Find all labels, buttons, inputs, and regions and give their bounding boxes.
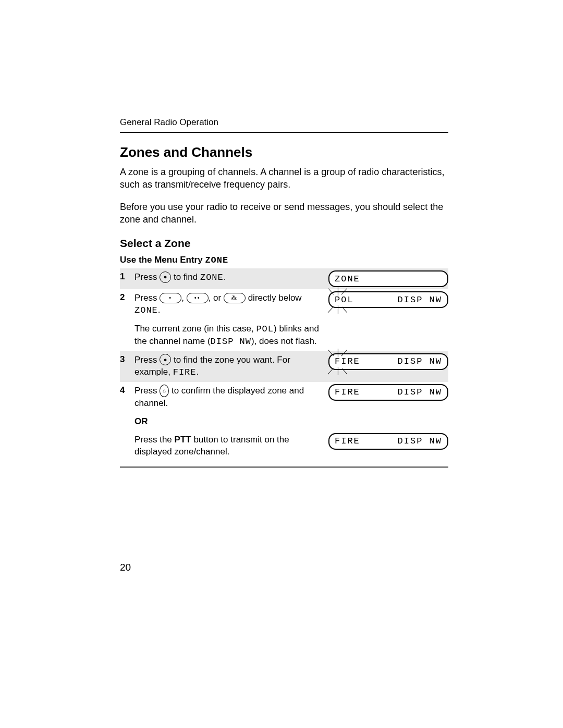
lcd-display: FIRE DISP NW [328, 431, 448, 452]
footer-rule [120, 466, 448, 468]
blink-indicator: ＼│／ ／│＼ POL [335, 295, 354, 305]
text: directly below [246, 293, 302, 303]
softkey-three-dot-icon: ⁂ [224, 293, 246, 303]
lcd-zone: ZONE [328, 270, 448, 287]
lcd-display [328, 413, 448, 417]
text: Press [134, 272, 160, 282]
lcd-fire-confirmed: FIRE DISP NW [328, 384, 448, 401]
zone-label: ZONE [200, 273, 224, 282]
lcd-text-right: DISP NW [398, 356, 442, 366]
lcd-display: ZONE [328, 268, 448, 289]
text: ), does not flash. [251, 336, 317, 346]
step-text: Press ● to find ZONE. [134, 268, 328, 287]
header-rule [120, 132, 448, 133]
page-title: Zones and Channels [120, 144, 448, 161]
section-heading: Select a Zone [120, 237, 448, 250]
home-button-icon: ⌂ [160, 385, 169, 397]
lcd-text-right: DISP NW [398, 436, 442, 446]
zone-label: ZONE [134, 305, 158, 315]
text: Press the [134, 435, 175, 445]
lcd-text-right: DISP NW [398, 387, 442, 397]
text: Press [134, 355, 160, 365]
text: . [158, 305, 161, 315]
text: , [181, 293, 186, 303]
lcd-text: ZONE [335, 274, 442, 284]
manual-page: General Radio Operation Zones and Channe… [0, 0, 563, 728]
page-number: 20 [120, 562, 131, 573]
or-label: OR [134, 413, 328, 431]
procedure-subhead: Use the Menu Entry ZONE [120, 255, 448, 265]
subhead-prefix: Use the Menu Entry [120, 255, 205, 265]
lcd-fire-blink: ＼│／ ／│＼ FIRE DISP NW [328, 353, 448, 370]
step-row-4: 4 Press ⌂ to confirm the displayed zone … [120, 382, 448, 413]
fire-label: FIRE [173, 367, 197, 377]
softkey-two-dot-icon: •• [187, 293, 209, 303]
step-text: Press the PTT button to transmit on the … [134, 431, 328, 461]
steps-table: 1 Press ● to find ZONE. ZONE 2 Press •, … [120, 268, 448, 461]
intro-paragraph-1: A zone is a grouping of channels. A chan… [120, 166, 448, 191]
lcd-text-right: DISP NW [398, 295, 442, 305]
text: to find [171, 272, 200, 282]
subhead-zone: ZONE [205, 255, 228, 265]
step-number [120, 413, 134, 419]
nav-dot-icon: ● [160, 354, 171, 365]
step-row-3: 3 Press ● to find the zone you want. For… [120, 351, 448, 382]
lcd-display: ＼│／ ／│＼ POL DISP NW [328, 289, 448, 310]
step-number: 4 [120, 382, 134, 399]
lcd-text-left: FIRE [335, 356, 360, 366]
spark-icon: ／│＼ [327, 307, 349, 312]
lcd-text-left: POL [335, 295, 354, 305]
lcd-text-left: FIRE [335, 387, 398, 397]
intro-paragraph-2: Before you use your radio to receive or … [120, 201, 448, 226]
text: The current zone (in this case, [134, 324, 256, 334]
lcd-fire-ptt: FIRE DISP NW [328, 433, 448, 450]
text: Press [134, 386, 160, 396]
step-text: Press ⌂ to confirm the displayed zone an… [134, 382, 328, 413]
text: . [224, 272, 226, 282]
lcd-display: FIRE DISP NW [328, 382, 448, 403]
step-number: 1 [120, 268, 134, 285]
dispnw-label: DISP NW [211, 337, 251, 347]
ptt-label: PTT [175, 435, 191, 445]
blink-indicator: ＼│／ ／│＼ FIRE [335, 356, 360, 366]
step-number [120, 431, 134, 437]
running-header: General Radio Operation [120, 117, 448, 128]
lcd-display: ＼│／ ／│＼ FIRE DISP NW [328, 351, 448, 372]
text: Press [134, 293, 160, 303]
or-row: OR [120, 413, 448, 431]
step-number: 3 [120, 351, 134, 368]
lcd-pol-dispnw: ＼│／ ／│＼ POL DISP NW [328, 291, 448, 308]
step-row-ptt: Press the PTT button to transmit on the … [120, 431, 448, 461]
step-text: Press •, ••, or ⁂ directly below ZONE. T… [134, 289, 328, 351]
spark-icon: ／│＼ [327, 368, 349, 374]
text: , or [209, 293, 224, 303]
softkey-one-dot-icon: • [160, 293, 181, 303]
spark-icon: ＼│／ [327, 289, 349, 294]
nav-dot-icon: ● [160, 272, 171, 283]
step-number: 2 [120, 289, 134, 306]
step-row-2: 2 Press •, ••, or ⁂ directly below ZONE.… [120, 289, 448, 351]
step-row-1: 1 Press ● to find ZONE. ZONE [120, 268, 448, 289]
step-text: Press ● to find the zone you want. For e… [134, 351, 328, 382]
text: . [197, 367, 199, 377]
spark-icon: ＼│／ [327, 350, 349, 355]
lcd-text-left: FIRE [335, 436, 398, 446]
pol-label: POL [256, 324, 274, 334]
